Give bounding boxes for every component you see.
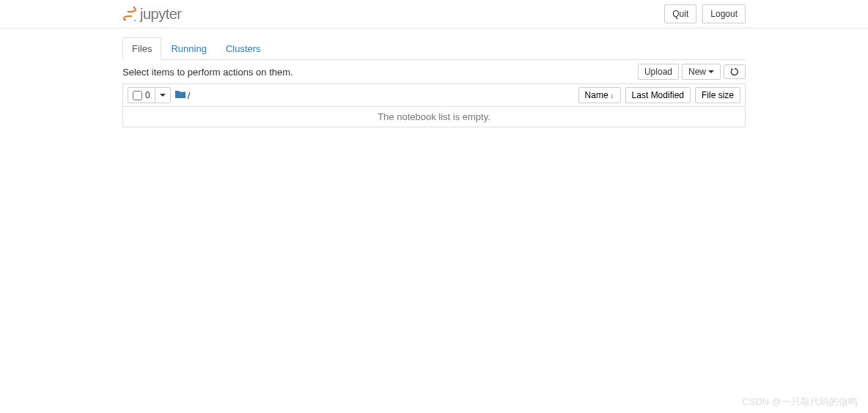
folder-icon [175,90,185,101]
toolbar-hint: Select items to perform actions on them. [122,67,293,78]
tabs: Files Running Clusters [122,37,746,60]
sort-name-label: Name [585,90,608,100]
sort-file-size-button[interactable]: File size [695,87,740,103]
logo-text: jupyter [140,6,182,23]
select-all-input[interactable] [133,91,142,100]
select-dropdown[interactable] [155,88,170,103]
svg-point-4 [134,20,136,21]
empty-list-message: The notebook list is empty. [122,107,746,127]
new-button[interactable]: New [682,64,721,80]
list-header: 0 / Name ↓ Last Modified File size [122,83,746,107]
svg-point-2 [133,7,136,9]
tab-clusters[interactable]: Clusters [216,37,271,60]
tab-running[interactable]: Running [161,37,216,60]
tab-files[interactable]: Files [122,37,161,60]
svg-point-1 [124,16,136,21]
upload-button[interactable]: Upload [638,64,679,80]
select-group: 0 [128,87,171,103]
breadcrumb[interactable]: / [175,90,191,101]
jupyter-icon [122,6,137,22]
jupyter-logo[interactable]: jupyter [122,6,182,23]
toolbar: Select items to perform actions on them.… [122,60,746,83]
refresh-button[interactable] [724,64,746,79]
header: jupyter Quit Logout [0,0,868,29]
arrow-down-icon: ↓ [611,92,614,100]
svg-point-3 [124,19,126,21]
refresh-icon [730,67,739,76]
logout-button[interactable]: Logout [702,4,746,23]
sort-last-modified-button[interactable]: Last Modified [625,87,691,103]
selected-count: 0 [145,90,150,100]
caret-down-icon [160,94,166,97]
sort-name-button[interactable]: Name ↓ [578,87,621,103]
caret-down-icon [708,70,714,73]
breadcrumb-sep: / [188,90,191,101]
quit-button[interactable]: Quit [664,4,696,23]
select-all-checkbox[interactable]: 0 [128,88,155,103]
header-buttons: Quit Logout [664,4,746,23]
new-label: New [688,67,706,77]
